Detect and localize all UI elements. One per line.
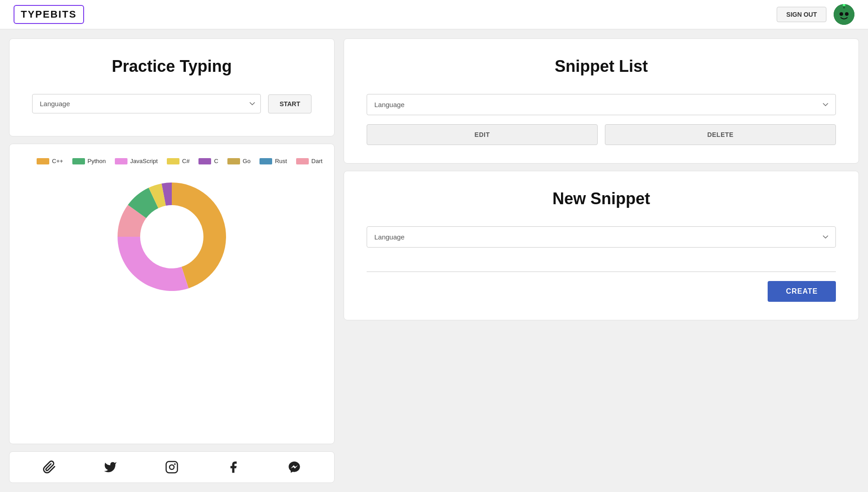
svg-rect-5 [166, 462, 177, 473]
svg-point-6 [170, 465, 174, 469]
header: TYPEBITS SIGN OUT [0, 0, 868, 29]
snippet-list-controls: Language C++ Python JavaScript C# C Go R… [367, 94, 836, 145]
right-panel: Snippet List Language C++ Python JavaScr… [344, 38, 859, 483]
legend-color-dart [296, 158, 309, 164]
snippet-list-language-select[interactable]: Language C++ Python JavaScript C# C Go R… [367, 94, 836, 115]
snippet-actions: EDIT DELETE [367, 124, 836, 145]
practice-controls: Language C++ Python JavaScript C# C Go R… [32, 94, 311, 113]
legend-color-cpp [37, 158, 49, 164]
paperclip-icon[interactable] [41, 459, 57, 475]
snippet-list-card: Snippet List Language C++ Python JavaScr… [344, 38, 859, 164]
practice-card: Practice Typing Language C++ Python Java… [9, 38, 335, 136]
new-snippet-title: New Snippet [367, 189, 836, 208]
header-right: SIGN OUT [777, 4, 854, 25]
chart-card: C++ Python JavaScript C# C [9, 144, 335, 444]
legend-csharp: C# [167, 158, 190, 164]
legend-dart: Dart [296, 158, 323, 164]
messenger-icon[interactable] [286, 459, 302, 475]
legend-label-python: Python [88, 158, 106, 164]
edit-button[interactable]: EDIT [367, 124, 598, 145]
legend-label-csharp: C# [182, 158, 190, 164]
legend-rust: Rust [259, 158, 287, 164]
snippet-text-input[interactable] [367, 257, 836, 272]
legend-color-js [115, 158, 127, 164]
svg-point-3 [840, 12, 843, 16]
legend-go: Go [227, 158, 250, 164]
avatar-face [834, 4, 854, 25]
sign-out-button[interactable]: SIGN OUT [777, 7, 826, 22]
twitter-icon[interactable] [102, 459, 118, 475]
social-bar [9, 451, 335, 483]
new-snippet-language-select[interactable]: Language C++ Python JavaScript C# C Go R… [367, 226, 836, 248]
chart-legend: C++ Python JavaScript C# C [19, 158, 325, 164]
legend-color-rust [259, 158, 272, 164]
practice-title: Practice Typing [32, 57, 311, 76]
legend-color-go [227, 158, 240, 164]
avatar-svg [834, 4, 854, 25]
donut-chart-real [104, 173, 240, 295]
legend-label-js: JavaScript [130, 158, 158, 164]
language-select[interactable]: Language C++ Python JavaScript C# C Go R… [32, 94, 261, 113]
legend-label-c: C [214, 158, 218, 164]
snippet-list-title: Snippet List [367, 57, 836, 76]
create-button[interactable]: CREATE [768, 281, 836, 302]
start-button[interactable]: START [268, 94, 311, 113]
avatar [834, 4, 854, 25]
legend-label-dart: Dart [311, 158, 323, 164]
instagram-icon[interactable] [164, 459, 180, 475]
legend-javascript: JavaScript [115, 158, 158, 164]
facebook-icon[interactable] [225, 459, 241, 475]
legend-color-csharp [167, 158, 179, 164]
legend-color-c [198, 158, 211, 164]
legend-label-go: Go [243, 158, 250, 164]
legend-label-cpp: C++ [52, 158, 63, 164]
legend-cpp: C++ [37, 158, 63, 164]
legend-label-rust: Rust [275, 158, 287, 164]
logo: TYPEBITS [21, 9, 77, 20]
legend-python: Python [72, 158, 106, 164]
logo-box: TYPEBITS [14, 5, 84, 24]
left-panel: Practice Typing Language C++ Python Java… [9, 38, 335, 483]
delete-button[interactable]: DELETE [605, 124, 836, 145]
legend-c: C [198, 158, 218, 164]
new-snippet-inner: Language C++ Python JavaScript C# C Go R… [367, 226, 836, 302]
svg-point-7 [175, 464, 175, 464]
svg-point-4 [845, 12, 849, 16]
chart-container [19, 173, 325, 295]
legend-color-python [72, 158, 85, 164]
new-snippet-card: New Snippet Language C++ Python JavaScri… [344, 171, 859, 320]
main-layout: Practice Typing Language C++ Python Java… [0, 29, 868, 492]
